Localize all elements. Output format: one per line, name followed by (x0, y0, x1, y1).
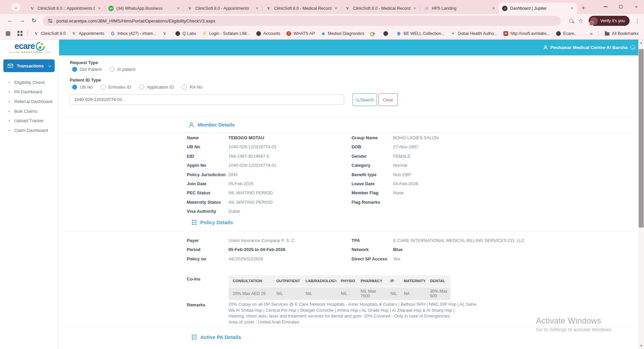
maximize-button[interactable] (613, 0, 629, 13)
clinicsoft-favicon: V (187, 6, 193, 11)
bookmark-globe[interactable] (383, 31, 390, 36)
detail-label: Group Name (352, 135, 393, 141)
scrollbar-thumb[interactable] (639, 49, 644, 228)
tab-close-icon[interactable]: × (492, 6, 495, 11)
search-lens-icon[interactable] (569, 19, 573, 23)
radio-emirates-id[interactable]: Emirates ID (101, 85, 131, 90)
sidebar-item-eligibility-check[interactable]: ▸Eligibility Check (0, 78, 58, 87)
activate-windows-subtitle: Go to Settings to activate Windows. (536, 327, 613, 332)
bookmark-be-well[interactable]: BE WELL Collection... (396, 31, 445, 36)
reload-icon[interactable]: ↻ (32, 17, 36, 24)
maximize-icon (619, 5, 623, 8)
forward-icon[interactable]: → (19, 17, 25, 24)
hamburger-menu-icon[interactable] (64, 84, 70, 88)
tab-close-icon[interactable]: × (570, 6, 574, 11)
bookmark-vsoft-avmlabs[interactable]: Mhttp://vsoft.avmlabs... (503, 31, 550, 36)
bookmark-appointments[interactable]: VAppointments (71, 31, 104, 36)
tab-search-chevron-icon[interactable]: ⌄ (11, 3, 20, 12)
policy-details-header[interactable]: Policy Details (192, 219, 233, 225)
tab-clinicsoft-medical-records-1[interactable]: V ClinicSoft 8.0 - Medical Records × (263, 3, 341, 14)
chevron-down-icon (48, 64, 51, 67)
coins-value-row: 20% Max AED 25 NIL NIL NIL NIL Max 7500 … (228, 287, 450, 300)
bookmark-clinicsoft[interactable]: VClinicSoft 8.0 (34, 31, 66, 36)
tab-close-icon[interactable]: × (413, 6, 417, 11)
sidebar-item-referral-dashboard[interactable]: ▸Referral Dashboard (0, 97, 58, 106)
sidebar-item-pa-dashboard[interactable]: ▸PA Dashboard (0, 87, 58, 97)
side-panel-icon[interactable] (5, 31, 11, 36)
tab-dashboard-jupiter-active[interactable]: ↗ Dashboard | Jupiter × (499, 3, 577, 14)
detail-label: Benefit type (352, 172, 393, 178)
sidebar-item-label: Eligibility Check (14, 80, 45, 85)
tab-close-icon[interactable]: × (255, 6, 259, 11)
bookmark-inbox[interactable]: GInbox (427) - irham... (110, 31, 156, 36)
bolt-icon: ⚡ (202, 31, 207, 36)
new-tab-button[interactable]: + (579, 3, 588, 13)
facility-name: Peshawar Medical Centre-Al Barsha (550, 45, 628, 50)
close-button[interactable]: × (629, 0, 644, 13)
tab-hps-landing[interactable]: Jd HPS Landing × (420, 3, 499, 14)
radio-label: Out Patient (80, 67, 102, 72)
radio-application-id[interactable]: Application ID (139, 85, 174, 90)
bookmark-q-labs[interactable]: Q Labs (175, 31, 196, 36)
sidebar-item-claim-dashboard[interactable]: ▸Claim Dashboard (0, 126, 58, 135)
coins-value-cell: 20% Max AED 25 (228, 287, 272, 300)
bookmark-label: Medsol Diagnostics (328, 31, 364, 36)
tab-clinicsoft-medical-records-2[interactable]: V ClinicSoft 8.0 - Medical Records × (341, 3, 420, 14)
tab-whatsapp-business[interactable]: 34 (34) WhatsApp Business × (105, 3, 183, 14)
search-button[interactable]: Search (353, 93, 377, 106)
detail-label: Policy Jurisdiction (187, 172, 228, 178)
bookmark-dubai-health[interactable]: ✦Dubai Health Autho... (450, 31, 497, 36)
bookmark-ecare[interactable]: Ecare.. (556, 31, 577, 36)
clinicsoft-favicon: V (162, 31, 167, 36)
apps-grid-icon[interactable] (16, 31, 22, 36)
radio-ub-no[interactable]: UB No (72, 85, 93, 90)
bookmark-accounts[interactable]: Accounts (256, 31, 280, 36)
url-bar[interactable]: portal.ecaretpa.com/JBM_HIMS/HimsPortal/… (43, 16, 561, 26)
bookmark-star-icon[interactable]: ☆ (578, 17, 584, 24)
bookmark-login-sufalam[interactable]: ⚡Login - Sufalam LIM... (202, 31, 250, 36)
scrollbar-down-icon[interactable]: ▼ (638, 344, 644, 347)
radio-out-patient[interactable]: Out Patient (72, 67, 102, 72)
sidebar-transactions-button[interactable]: Transactions (3, 59, 55, 72)
page-scrollbar[interactable]: ▲ ▼ (638, 40, 644, 349)
detail-label: Maternity Status (187, 199, 228, 205)
bookmark-v-iconed[interactable]: V (162, 31, 169, 36)
tab-clinicsoft-appointments-2[interactable]: V ClinicSoft 8.0 - Appointments × (184, 3, 262, 14)
transactions-label: Transactions (17, 63, 44, 68)
detail-row: Visa AuthorityDubai (187, 208, 348, 217)
detail-label: TPA (352, 238, 393, 243)
clear-button[interactable]: Clear (378, 93, 398, 106)
bookmark-whats-ap[interactable]: !WHATS AP (286, 31, 315, 36)
tabs-container: V ClinicSoft 8.0 :: Appointments b × 34 … (26, 3, 577, 14)
back-icon[interactable]: ← (7, 17, 13, 24)
member-search-input[interactable] (70, 94, 344, 105)
bookmarks-overflow-icon[interactable]: » (590, 31, 593, 36)
radio-ra-no[interactable]: RA No (182, 85, 202, 90)
radio-in-patient[interactable]: In patient (110, 67, 136, 72)
tab-title: ClinicSoft 8.0 - Medical Records (274, 6, 331, 11)
clinicsoft-favicon: V (71, 31, 77, 36)
bookmark-label: Accounts (263, 31, 280, 36)
scrollbar-up-icon[interactable]: ▲ (638, 41, 644, 44)
member-details-header[interactable]: Member Details (189, 122, 235, 128)
sidebar-item-upload-tracker[interactable]: ▸Upload Tracker (0, 116, 58, 126)
tab-close-icon[interactable]: × (334, 6, 338, 11)
sidebar-item-bulk-claims[interactable]: ▸Bulk Claims (0, 106, 58, 116)
verify-profile-button[interactable]: Verify it's you (589, 16, 630, 26)
bookmark-key[interactable] (370, 31, 377, 36)
kebab-menu-icon[interactable]: ⋮ (635, 18, 640, 24)
tab-clinicsoft-appointments-1[interactable]: V ClinicSoft 8.0 :: Appointments b × (26, 3, 105, 14)
triangle-right-icon: ▸ (9, 119, 10, 122)
tune-icon[interactable] (48, 18, 53, 23)
tab-close-icon[interactable]: × (98, 6, 101, 11)
detail-label: Direct SP Access (352, 256, 393, 262)
all-bookmarks-button[interactable]: All Bookmarks (604, 31, 639, 36)
tab-close-icon[interactable]: × (176, 6, 180, 11)
facility-selector[interactable]: Peshawar Medical Centre-Al Barsha (543, 40, 635, 55)
bookmark-medsol[interactable]: ◆Medsol Diagnostics (321, 31, 364, 36)
active-pa-details-header[interactable]: Active PA Details (192, 334, 241, 340)
detail-row: TPAE CARE INTERNATIONAL MEDICAL BILLING … (352, 238, 553, 247)
globe-icon (175, 31, 180, 36)
minimize-button[interactable] (598, 0, 613, 13)
sidebar-item-label: PA Dashboard (14, 89, 42, 94)
